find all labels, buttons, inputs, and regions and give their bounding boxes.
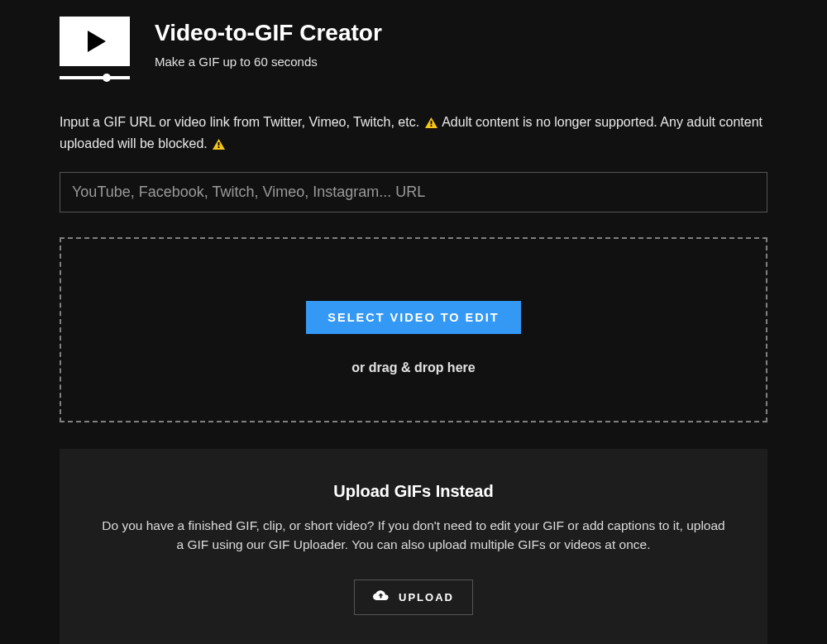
timeline-icon	[60, 76, 130, 79]
warning-icon	[213, 136, 225, 155]
select-video-button[interactable]: SELECT VIDEO TO EDIT	[306, 301, 520, 334]
upload-section-title: Upload GIFs Instead	[97, 482, 730, 501]
video-play-icon	[60, 17, 130, 66]
video-url-input[interactable]	[60, 172, 767, 212]
app-logo	[60, 17, 130, 79]
upload-button[interactable]: UPLOAD	[354, 580, 473, 615]
page-subtitle: Make a GIF up to 60 seconds	[155, 55, 382, 69]
video-dropzone[interactable]: SELECT VIDEO TO EDIT or drag & drop here	[60, 237, 767, 422]
svg-rect-1	[430, 125, 432, 126]
svg-rect-0	[430, 121, 432, 124]
upload-gifs-section: Upload GIFs Instead Do you have a finish…	[60, 449, 767, 644]
page-title: Video-to-GIF Creator	[155, 20, 382, 46]
warning-icon	[425, 114, 437, 134]
svg-rect-2	[218, 142, 220, 145]
page-header: Video-to-GIF Creator Make a GIF up to 60…	[60, 17, 767, 79]
drop-hint-text: or drag & drop here	[78, 360, 749, 375]
upload-section-description: Do you have a finished GIF, clip, or sho…	[97, 516, 730, 555]
instruction-text: Input a GIF URL or video link from Twitt…	[60, 112, 767, 155]
upload-button-label: UPLOAD	[399, 591, 454, 603]
svg-rect-3	[218, 146, 220, 148]
instruction-part-1: Input a GIF URL or video link from Twitt…	[60, 115, 419, 129]
cloud-upload-icon	[373, 590, 389, 604]
